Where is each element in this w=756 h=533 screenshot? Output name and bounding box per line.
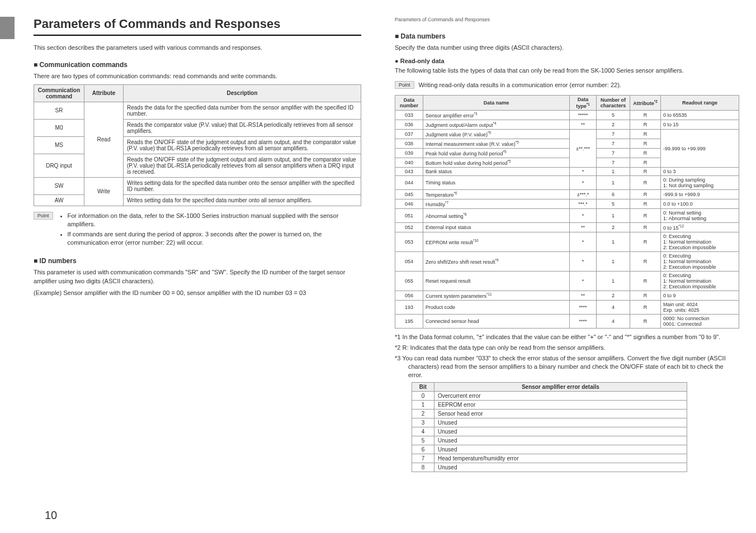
col-data-number: Data number — [395, 96, 423, 111]
id-example: (Example) Sensor amplifier with the ID n… — [34, 289, 361, 297]
col-attribute: Attribute — [84, 84, 124, 102]
attr-write: Write — [84, 177, 124, 206]
table-row: 053EEPROM write result*10*1R0: Executing… — [395, 232, 739, 252]
section-communication: Communication commands — [34, 61, 361, 69]
data-intro: Specify the data number using three digi… — [395, 44, 739, 52]
table-row: M0 Reads the comparator value (P.V. valu… — [34, 119, 361, 136]
table-row: 5Unused — [412, 436, 687, 445]
point-item: For information on the data, refer to th… — [68, 212, 361, 229]
table-row: SR Read Reads the data for the specified… — [34, 102, 361, 119]
chapter-title: Parameters of Commands and Responses — [34, 17, 361, 36]
note-3: *3 You can read data number "033" to che… — [395, 354, 739, 379]
desc-sw: Writes setting data for the specified da… — [124, 177, 361, 194]
table-row: 7Head temperature/humidity error — [412, 454, 687, 463]
subheading-read-only: Read-only data — [395, 58, 739, 64]
table-row: SW Write Writes setting data for the spe… — [34, 177, 361, 194]
table-row: 1EEPROM error — [412, 401, 687, 410]
cmd-sw: SW — [34, 177, 84, 194]
table-row: 3Unused — [412, 418, 687, 427]
col-bit: Bit — [412, 383, 434, 392]
cmd-aw: AW — [34, 194, 84, 206]
point-item: If commands are sent during the period o… — [68, 230, 361, 247]
footnotes: *1 In the Data format column, "±" indica… — [395, 333, 739, 379]
table-row: 045Temperature*6±***.*6R-999.9 to +999.9 — [395, 190, 739, 199]
attr-read: Read — [84, 102, 124, 177]
cmd-m0: M0 — [34, 119, 84, 136]
point-text: Writing read-only data results in a comm… — [419, 81, 621, 89]
comm-intro: There are two types of communication com… — [34, 72, 361, 80]
table-row: 051Abnormal setting*8*1R0: Normal settin… — [395, 209, 739, 223]
cmd-sr: SR — [34, 102, 84, 119]
breadcrumb: Parameters of Commands and Responses — [395, 17, 739, 22]
table-row: 8Unused — [412, 463, 687, 472]
table-row: MS Reads the ON/OFF state of the judgmen… — [34, 136, 361, 154]
table-row: 195Connected sensor head****4R0000: No c… — [395, 315, 739, 329]
point-tag: Point — [34, 212, 53, 220]
table-row: AW Writes setting data for the specified… — [34, 194, 361, 206]
col-attribute: Attribute*2 — [630, 96, 661, 111]
desc-aw: Writes setting data for the specified da… — [124, 194, 361, 206]
point-callout: Point For information on the data, refer… — [34, 212, 361, 249]
col-bit-details: Sensor amplifier error details — [434, 383, 687, 392]
table-row: 193Product code****4RMain unit: 4024Exp.… — [395, 301, 739, 315]
side-tab — [0, 17, 15, 39]
desc-ms: Reads the ON/OFF state of the judgment o… — [124, 136, 361, 154]
note-1: *1 In the Data format column, "±" indica… — [395, 333, 739, 341]
desc-m0: Reads the comparator value (P.V. value) … — [124, 119, 361, 136]
col-comm-command: Communication command — [34, 84, 84, 102]
point-tag: Point — [395, 81, 414, 89]
cmd-ms: MS — [34, 136, 84, 154]
commands-table: Communication command Attribute Descript… — [34, 84, 361, 206]
table-row: 036Judgment output/Alarm output*4**2R0 t… — [395, 120, 739, 130]
table-row: 056Current system parameters*11**2R0 to … — [395, 291, 739, 301]
table-row: 037Judgment value (P.V. value)*5±**.***7… — [395, 130, 739, 139]
note-2: *2 R: Indicates that the data type can o… — [395, 344, 739, 352]
table-row: 6Unused — [412, 445, 687, 454]
table-row: 0Overcurrent error — [412, 392, 687, 401]
col-data-name: Data name — [423, 96, 570, 111]
col-num-chars: Number of characters — [597, 96, 630, 111]
table-row: 044Timing status*1R0: During sampling1: … — [395, 176, 739, 190]
bits-table: Bit Sensor amplifier error details 0Over… — [412, 382, 687, 472]
table-row: 4Unused — [412, 427, 687, 436]
cmd-drq: DRQ input — [34, 154, 84, 177]
table-row: 054Zero shift/Zero shift reset result*9*… — [395, 252, 739, 272]
col-description: Description — [124, 84, 361, 102]
col-readout-range: Readout range — [661, 96, 739, 111]
table-row: 043Bank status*1R0 to 3 — [395, 168, 739, 176]
table-row: 033Sensor amplifier error*3*****5R0 to 6… — [395, 111, 739, 120]
readonly-data-table: Data number Data name Data type*1 Number… — [395, 95, 739, 329]
table-row: DRQ input Reads the ON/OFF state of the … — [34, 154, 361, 177]
id-paragraph: This parameter is used with communicatio… — [34, 268, 361, 285]
table-row: 052External input status**2R0 to 15*12 — [395, 223, 739, 232]
col-data-type: Data type*1 — [570, 96, 597, 111]
page-number: 10 — [45, 509, 57, 522]
section-data-numbers: Data numbers — [395, 32, 739, 40]
desc-drq: Reads the ON/OFF state of the judgment o… — [124, 154, 361, 177]
desc-sr: Reads the data for the specified data nu… — [124, 102, 361, 119]
table-row: 046Humidity*7***.*5R0.0 to +100.0 — [395, 199, 739, 209]
table-row: 2Sensor head error — [412, 410, 687, 418]
intro-text: This section describes the parameters us… — [34, 44, 361, 52]
ro-intro: The following table lists the types of d… — [395, 66, 739, 75]
section-id-numbers: ID numbers — [34, 257, 361, 265]
table-row: 055Reset request result*1R0: Executing1:… — [395, 272, 739, 291]
point-callout: Point Writing read-only data results in … — [395, 81, 739, 89]
